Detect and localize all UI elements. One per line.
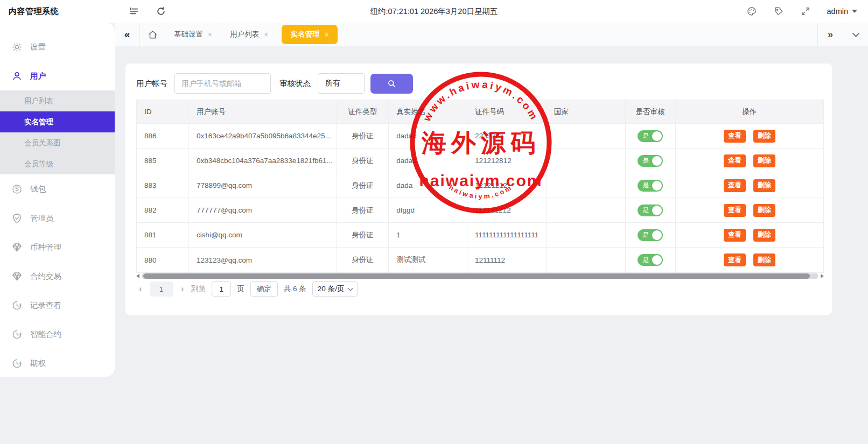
view-button[interactable]: 查看	[724, 253, 746, 266]
search-icon	[387, 79, 396, 88]
delete-button[interactable]: 删除	[753, 154, 775, 167]
tab-item[interactable]: 基础设置×	[165, 23, 221, 46]
view-button[interactable]: 查看	[724, 154, 746, 167]
page-number-button[interactable]: 1	[150, 281, 173, 297]
view-button[interactable]: 查看	[724, 229, 746, 242]
view-button[interactable]: 查看	[724, 130, 746, 143]
sidebar-item[interactable]: 记录查看	[0, 291, 115, 320]
sidebar-subitem[interactable]: 实名管理	[0, 111, 115, 132]
toggle-knob	[652, 230, 662, 240]
table-cell: 881	[137, 223, 189, 248]
total-count-label: 共 6 条	[284, 284, 306, 294]
scroll-left-arrow-icon[interactable]	[136, 274, 139, 278]
audit-toggle[interactable]: 是	[638, 130, 663, 142]
audit-toggle[interactable]: 是	[638, 205, 663, 216]
tabs-scroll-left-icon[interactable]: «	[115, 23, 140, 46]
search-button[interactable]	[370, 74, 413, 94]
audit-toggle[interactable]: 是	[638, 254, 663, 266]
tag-icon[interactable]	[773, 6, 784, 17]
sidebar-item-label: 合约交易	[30, 271, 61, 281]
table-cell: 778899@qq.com	[189, 173, 337, 198]
audit-toggle[interactable]: 是	[638, 155, 663, 167]
sidebar-item[interactable]: 管理员	[0, 203, 115, 232]
toggle-on-label: 是	[642, 181, 649, 190]
table-cell: 0x163ce42a9b407a5b095b6a83344e25...	[189, 124, 337, 149]
delete-button[interactable]: 删除	[753, 253, 775, 266]
view-button[interactable]: 查看	[724, 179, 746, 192]
table-row: 8850xb348cbc104a376a7aa2833e1821fb61...身…	[137, 149, 823, 173]
delete-button[interactable]: 删除	[753, 179, 775, 192]
sidebar-subitem[interactable]: 会员关系图	[0, 132, 115, 153]
sidebar-nav: 设置用户用户列表实名管理会员关系图会员等级钱包管理员币种管理合约交易记录查看智能…	[0, 32, 115, 378]
tabs-scroll-right-icon[interactable]: »	[817, 23, 843, 46]
tab-close-icon[interactable]: ×	[264, 30, 268, 39]
shield-icon	[12, 213, 22, 223]
table-cell	[547, 124, 626, 149]
audit-toggle[interactable]: 是	[638, 180, 663, 192]
tabs-menu-icon[interactable]	[843, 23, 868, 46]
audit-status-select[interactable]: 所有	[318, 73, 365, 94]
delete-button[interactable]: 删除	[753, 204, 775, 217]
fullscreen-icon[interactable]	[800, 6, 811, 17]
sidebar-item[interactable]: 钱包	[0, 174, 115, 203]
delete-button[interactable]: 删除	[753, 229, 775, 242]
table-row: 881cishi@qq.com身份证1111111111111111111是查看…	[137, 223, 823, 248]
table-header-cell: 真实姓名	[389, 100, 467, 124]
prev-page-button[interactable]: ‹	[137, 284, 144, 294]
table-cell-audited: 是	[626, 223, 676, 248]
delete-button[interactable]: 删除	[753, 130, 775, 143]
table-cell: 身份证	[337, 223, 389, 248]
view-button[interactable]: 查看	[724, 204, 746, 217]
sidebar-item[interactable]: 期权	[0, 349, 115, 378]
sidebar-item[interactable]: 币种管理	[0, 232, 115, 262]
account-filter-label: 用户帐号	[136, 79, 167, 89]
home-tab[interactable]	[140, 23, 165, 46]
refresh-icon[interactable]	[156, 6, 166, 17]
scroll-right-arrow-icon[interactable]	[821, 274, 824, 278]
table-header-cell: 是否审核	[626, 100, 676, 124]
sidebar-item[interactable]: 用户	[0, 61, 115, 90]
goto-page-input[interactable]	[212, 281, 231, 297]
tab-close-icon[interactable]: ×	[324, 30, 328, 39]
table-cell: 885	[137, 149, 189, 173]
sidebar-item[interactable]: 设置	[0, 32, 115, 61]
tabs: 基础设置×用户列表×实名管理×	[165, 23, 342, 46]
palette-icon[interactable]	[746, 6, 757, 17]
sidebar-subitem[interactable]: 用户列表	[0, 90, 115, 111]
table-cell-actions: 查看删除	[676, 173, 824, 198]
table-header-cell: 用户账号	[189, 100, 337, 124]
sidebar-item[interactable]: 智能合约	[0, 320, 115, 349]
sidebar-item[interactable]: 合约交易	[0, 262, 115, 291]
toggle-on-label: 是	[642, 230, 649, 239]
gear-icon	[12, 42, 22, 52]
sidebar-item-label: 币种管理	[30, 242, 61, 252]
table-header-cell: 国家	[547, 100, 626, 124]
table-cell-audited: 是	[626, 124, 676, 149]
tab-item[interactable]: 实名管理×	[282, 25, 337, 44]
table-cell	[547, 173, 626, 198]
confirm-page-button[interactable]: 确定	[250, 281, 278, 297]
app-title: 内容管理系统	[0, 6, 115, 17]
toggle-knob	[652, 206, 662, 215]
table-row: 8860x163ce42a9b407a5b095b6a83344e25...身份…	[137, 124, 823, 149]
table-cell: 1	[389, 223, 467, 248]
topbar-right-actions: admin	[746, 6, 858, 17]
table-cell-actions: 查看删除	[676, 223, 824, 248]
scrollbar-thumb[interactable]	[143, 273, 810, 279]
tab-bar: « 基础设置×用户列表×实名管理× »	[115, 23, 868, 46]
sidebar-item-label: 设置	[30, 42, 46, 52]
horizontal-scrollbar[interactable]	[136, 273, 824, 279]
account-search-input[interactable]	[174, 73, 271, 94]
next-page-button[interactable]: ›	[179, 284, 186, 294]
toggle-on-label: 是	[642, 131, 649, 140]
sidebar-subitem[interactable]: 会员等级	[0, 153, 115, 174]
page-size-select[interactable]: 20 条/页	[312, 281, 358, 297]
table-row: 883778899@qq.com身份证dada12121212是查看删除	[137, 173, 823, 198]
user-menu[interactable]: admin	[827, 7, 858, 16]
tab-close-icon[interactable]: ×	[208, 30, 212, 39]
user-icon	[12, 71, 22, 81]
menu-collapse-icon[interactable]	[129, 6, 139, 17]
tab-item[interactable]: 用户列表×	[221, 23, 277, 46]
table-header-cell: 证件号码	[467, 100, 547, 124]
audit-toggle[interactable]: 是	[638, 229, 663, 241]
